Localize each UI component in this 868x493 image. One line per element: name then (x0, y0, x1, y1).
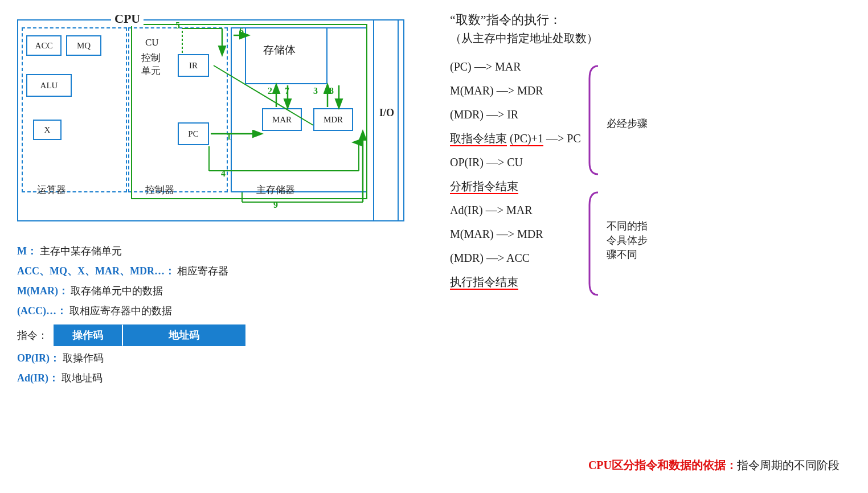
step-1: (PC) —> MAR (450, 59, 581, 75)
cpu-label: CPU (111, 11, 144, 26)
mq-box: MQ (66, 35, 101, 56)
instr-label: 指令： (17, 328, 48, 342)
green-outer-box (131, 24, 367, 199)
legend-opir: OP(IR)： 取操作码 (17, 351, 427, 366)
bottom-normal: 指令周期的不同阶段 (737, 459, 840, 471)
right-panel: “取数”指令的执行： （从主存中指定地址处取数） (PC) —> MAR M(M… (427, 11, 851, 482)
instruction-bar: 指令： 操作码 地址码 (17, 324, 427, 346)
step-8: M(MAR) —> MDR (450, 226, 581, 242)
x-box: X (33, 120, 62, 140)
steps-column: (PC) —> MAR M(MAR) —> MDR (MDR) —> IR 取指… (450, 59, 581, 298)
alu-box: ALU (26, 74, 72, 97)
legend-acc2: (ACC)…： 取相应寄存器中的数据 (17, 303, 427, 319)
cpu-diagram: I/O CPU 运算器 控制器 主存储器 存储体 ACC MQ (17, 11, 404, 233)
right-title2: （从主存中指定地址处取数） (450, 31, 851, 46)
opcode-box: 操作码 (54, 324, 122, 346)
steps-with-braces: (PC) —> MAR M(MAR) —> MDR (MDR) —> IR 取指… (450, 59, 851, 358)
fetch-end-text: 取指令结束 (450, 132, 507, 146)
right-title1: “取数”指令的执行： (450, 11, 851, 28)
bottom-note: CPU区分指令和数据的依据：指令周期的不同阶段 (588, 458, 840, 473)
svg-text:令具体步: 令具体步 (607, 235, 648, 246)
legend-adir: Ad(IR)： 取地址码 (17, 371, 427, 386)
step-4: 取指令结束 (PC)+1 —> PC (450, 130, 581, 146)
svg-text:必经步骤: 必经步骤 (607, 118, 648, 129)
exec-end-text: 执行指令结束 (450, 276, 518, 290)
legend-acc: ACC、MQ、X、MAR、MDR…： 相应寄存器 (17, 264, 427, 279)
brace-column: 必经步骤 不同的指 令具体步 骤不同 (587, 59, 712, 358)
step-5: OP(IR) —> CU (450, 154, 581, 170)
step-2: M(MAR) —> MDR (450, 83, 581, 98)
step-3: (MDR) —> IR (450, 106, 581, 122)
io-box (373, 19, 404, 221)
legend-section: M： 主存中某存储单元 ACC、MQ、X、MAR、MDR…： 相应寄存器 M(M… (17, 244, 427, 386)
step-6: 分析指令结束 (450, 178, 581, 194)
brace-svg: 必经步骤 不同的指 令具体步 骤不同 (587, 61, 712, 358)
step-7: Ad(IR) —> MAR (450, 202, 581, 218)
acc-box: ACC (26, 35, 62, 56)
left-panel: I/O CPU 运算器 控制器 主存储器 存储体 ACC MQ (17, 11, 427, 482)
analyze-end-text: 分析指令结束 (450, 180, 518, 194)
bottom-highlight: CPU区分指令和数据的依据： (588, 459, 737, 471)
svg-text:不同的指: 不同的指 (607, 220, 648, 232)
step-10: 执行指令结束 (450, 274, 581, 290)
address-box: 地址码 (122, 324, 245, 346)
svg-text:骤不同: 骤不同 (607, 249, 637, 260)
legend-mmar: M(MAR)： 取存储单元中的数据 (17, 284, 427, 299)
calc-label: 运算器 (37, 183, 66, 196)
pc-plus1: (PC)+1 (510, 132, 543, 146)
legend-m: M： 主存中某存储单元 (17, 244, 427, 259)
io-label: I/O (379, 107, 394, 119)
step-9: (MDR) —> ACC (450, 250, 581, 266)
